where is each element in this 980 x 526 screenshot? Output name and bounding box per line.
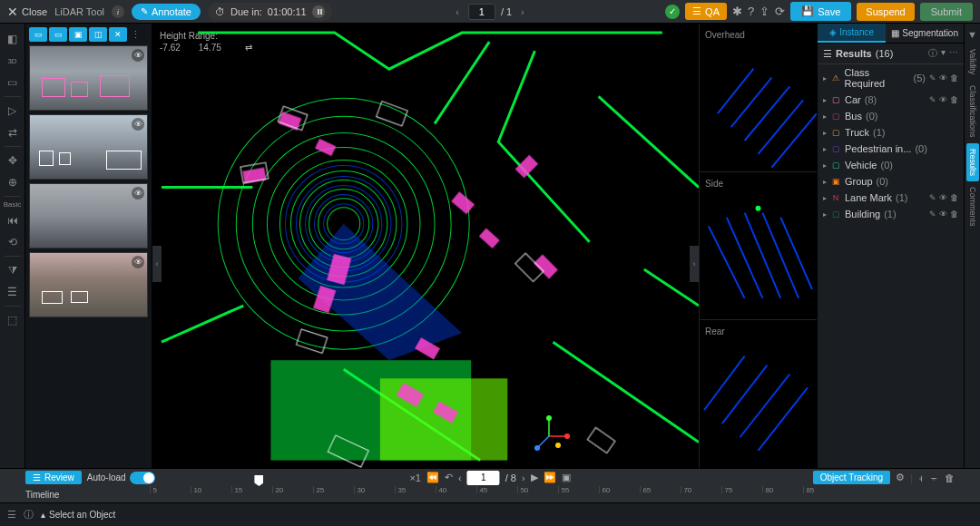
edit-icon[interactable]: ✎ [929,209,936,219]
camera-thumb-3[interactable]: 👁 [29,183,148,248]
eye-icon[interactable]: 👁 [939,193,947,202]
result-item[interactable]: ▸ ▢ Car (8) ✎ 👁 🗑 [818,92,964,108]
axis-gizmo[interactable] [526,414,572,459]
thumb-more-icon[interactable]: ⋮ [129,27,142,42]
next-icon[interactable]: › [522,472,525,483]
tool-skip-icon[interactable]: ⏮ [3,210,23,230]
split-icon[interactable]: ⫞ [918,472,924,483]
thumb-tab-4[interactable]: ◫ [89,27,107,42]
tool-cube-icon[interactable]: ◧ [3,29,23,49]
eye-icon[interactable]: 👁 [132,187,144,200]
trash-icon[interactable]: 🗑 [950,209,958,219]
thumb-tab-2[interactable]: ▭ [49,27,67,42]
speed-icon[interactable]: ×1 [409,472,421,483]
tool-move-icon[interactable]: ✥ [3,151,23,170]
save-button[interactable]: 💾 Save [790,2,851,21]
overhead-view[interactable]: Overhead [700,24,817,172]
tool-3d[interactable]: 3D [3,51,23,71]
thumb-tab-3[interactable]: ▣ [69,27,87,42]
help-icon[interactable]: ⓘ [24,508,34,521]
result-item[interactable]: ▸ ▢ Building (1) ✎ 👁 🗑 [818,206,964,222]
result-item[interactable]: ▸ ▢ Bus (0) [818,108,964,124]
result-item[interactable]: ▸ ⚠ Class Required (5) ✎ 👁 🗑 [818,64,964,92]
tool-route-icon[interactable]: ⇄ [3,122,23,142]
more-icon[interactable]: ⋯ [949,47,958,60]
camera-thumb-1[interactable]: 👁 [29,45,148,111]
filter-icon[interactable]: ▼ [967,29,977,40]
thumb-tab-1[interactable]: ▭ [29,27,47,42]
edit-icon[interactable]: ✎ [929,193,936,202]
upload-icon[interactable]: ⇪ [760,5,769,18]
ffwd-icon[interactable]: ⏩ [544,472,556,483]
result-item[interactable]: ▸ ▢ Pedestrian in... (0) [818,141,964,157]
prev-icon[interactable]: ‹ [458,472,462,483]
filter-icon[interactable]: ▾ [941,47,946,60]
edit-icon[interactable]: ✎ [929,73,936,83]
qa-button[interactable]: ☰ QA [685,3,727,20]
pause-icon[interactable] [312,5,325,18]
edit-icon[interactable]: ✎ [929,95,936,104]
tool-layers-icon[interactable]: ☰ [3,282,23,302]
vtab-classifications[interactable]: Classifications [966,80,979,143]
collapse-left-icon[interactable]: ‹ [152,246,162,282]
camera-thumb-4[interactable]: 👁 [29,252,148,317]
eye-icon[interactable]: 👁 [132,118,144,131]
merge-icon[interactable]: ⫟ [929,472,939,483]
page-input[interactable]: 1 [468,4,495,20]
close-button[interactable]: ✕ Close [7,5,47,19]
trash-icon[interactable]: 🗑 [950,73,958,83]
rewind-icon[interactable]: ⏪ [426,472,439,483]
annotate-button[interactable]: ✎ Annotate [132,4,201,20]
autoload-toggle[interactable] [130,472,155,484]
lidar-viewport[interactable]: Height Range: -7.62 14.75 ⇄ ‹ › [152,24,699,468]
tool-arrow-icon[interactable]: ▷ [3,101,23,121]
refresh-icon[interactable]: ⟳ [775,5,785,18]
vtab-results[interactable]: Results [966,143,979,181]
tool-compass-icon[interactable]: ⊕ [3,172,23,192]
eye-icon[interactable]: 👁 [132,256,144,268]
suspend-button[interactable]: Suspend [857,3,914,21]
result-item[interactable]: ▸ N Lane Mark (1) ✎ 👁 🗑 [818,190,964,206]
gear-icon[interactable]: ⚙ [896,472,905,483]
camera-thumb-2[interactable]: 👁 [29,114,148,180]
undo-icon[interactable]: ↶ [445,472,453,483]
trash-icon[interactable]: 🗑 [950,193,958,202]
side-view[interactable]: Side [700,172,817,321]
submit-button[interactable]: Submit [920,3,973,21]
play-icon[interactable]: ▶ [531,472,538,483]
thumb-tab-5[interactable]: ✕ [109,27,127,42]
range-min[interactable]: -7.62 [160,43,181,53]
review-button[interactable]: ☰ Review [25,471,82,484]
result-item[interactable]: ▸ ▣ Group (0) [818,173,964,190]
timeline-track[interactable]: 510152025303540455055606570758085 [141,486,955,502]
tool-rect-icon[interactable]: ▭ [3,73,23,93]
vtab-validity[interactable]: Validity [966,44,979,80]
trash-icon[interactable]: 🗑 [950,95,958,104]
eye-icon[interactable]: 👁 [939,209,947,219]
eye-icon[interactable]: 👁 [132,49,144,62]
frames-icon[interactable]: ▣ [562,472,571,483]
tab-instance[interactable]: ◈ Instance [818,24,886,43]
tool-filter-icon[interactable]: ⧩ [3,260,23,280]
swap-icon[interactable]: ⇄ [245,43,252,53]
tool-crop-icon[interactable]: ⬚ [3,310,23,330]
rear-view[interactable]: Rear [700,320,817,468]
frame-input[interactable] [467,471,500,485]
eye-icon[interactable]: 👁 [939,73,947,83]
nav-prev-icon[interactable]: ‹ [452,6,463,17]
trash-icon[interactable]: 🗑 [945,472,955,483]
settings-icon[interactable]: ☰ [7,509,16,521]
result-item[interactable]: ▸ ▢ Truck (1) [818,124,964,141]
help-icon[interactable]: ? [748,5,754,18]
result-item[interactable]: ▸ ▢ Vehicle (0) [818,157,964,173]
object-tracking-button[interactable]: Object Tracking [813,471,890,484]
info-small-icon[interactable]: ⓘ [928,47,937,60]
tab-segmentation[interactable]: ▦ Segmentation [886,24,964,43]
range-max[interactable]: 14.75 [199,43,221,53]
eye-icon[interactable]: 👁 [939,95,947,104]
collapse-right-icon[interactable]: › [690,246,699,282]
vtab-comments[interactable]: Comments [966,181,979,232]
bug-icon[interactable]: ✱ [732,5,742,18]
info-icon[interactable]: i [112,5,124,18]
nav-next-icon[interactable]: › [517,6,528,17]
